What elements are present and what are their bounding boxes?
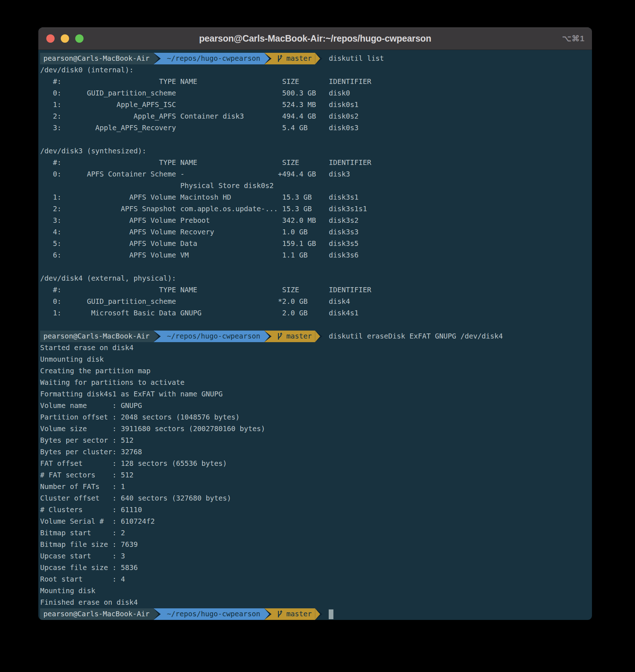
git-branch-icon <box>276 332 283 341</box>
prompt-cwd: ~/repos/hugo-cwpearson <box>163 608 264 620</box>
prompt-user-host: pearson@Carls-MacBook-Air <box>40 608 154 620</box>
command-text: diskutil eraseDisk ExFAT GNUPG /dev/disk… <box>329 331 503 342</box>
zoom-button[interactable] <box>75 34 84 43</box>
powerline-arrow-icon <box>315 53 324 64</box>
powerline-arrow-icon <box>315 331 324 342</box>
prompt-git-branch: master <box>274 331 315 342</box>
shell-prompt: pearson@Carls-MacBook-Air ~/repos/hugo-c… <box>40 53 592 64</box>
powerline-arrow-icon <box>315 608 324 620</box>
keyboard-shortcut-badge: ⌥⌘1 <box>562 27 585 50</box>
traffic-lights <box>46 27 84 50</box>
prompt-user-host: pearson@Carls-MacBook-Air <box>40 331 154 342</box>
powerline-arrow-icon <box>264 53 274 64</box>
terminal-cursor <box>329 609 333 619</box>
terminal-content[interactable]: pearson@Carls-MacBook-Air ~/repos/hugo-c… <box>38 50 592 620</box>
git-branch-label: master <box>286 608 312 620</box>
prompt-cwd: ~/repos/hugo-cwpearson <box>163 331 264 342</box>
prompt-cwd: ~/repos/hugo-cwpearson <box>163 53 264 64</box>
window-title: pearson@Carls-MacBook-Air:~/repos/hugo-c… <box>199 33 431 44</box>
diskutil-list-output: /dev/disk0 (internal): #: TYPE NAME SIZE… <box>40 64 592 319</box>
powerline-arrow-icon <box>154 608 163 620</box>
git-branch-label: master <box>286 331 312 342</box>
powerline-arrow-icon <box>264 331 274 342</box>
diskutil-erase-output: Started erase on disk4 Unmounting disk C… <box>40 342 592 608</box>
powerline-arrow-icon <box>264 608 274 620</box>
command-text: diskutil list <box>329 53 384 64</box>
git-branch-label: master <box>286 53 312 64</box>
close-button[interactable] <box>46 34 55 43</box>
shell-prompt: pearson@Carls-MacBook-Air ~/repos/hugo-c… <box>40 608 592 620</box>
powerline-arrow-icon <box>154 53 163 64</box>
git-branch-icon <box>276 610 283 618</box>
powerline-arrow-icon <box>154 331 163 342</box>
minimize-button[interactable] <box>61 34 69 43</box>
terminal-window: pearson@Carls-MacBook-Air:~/repos/hugo-c… <box>38 27 592 620</box>
shell-prompt: pearson@Carls-MacBook-Air ~/repos/hugo-c… <box>40 331 592 342</box>
prompt-git-branch: master <box>274 53 315 64</box>
titlebar: pearson@Carls-MacBook-Air:~/repos/hugo-c… <box>38 27 592 50</box>
prompt-git-branch: master <box>274 608 315 620</box>
prompt-user-host: pearson@Carls-MacBook-Air <box>40 53 154 64</box>
git-branch-icon <box>276 54 283 63</box>
